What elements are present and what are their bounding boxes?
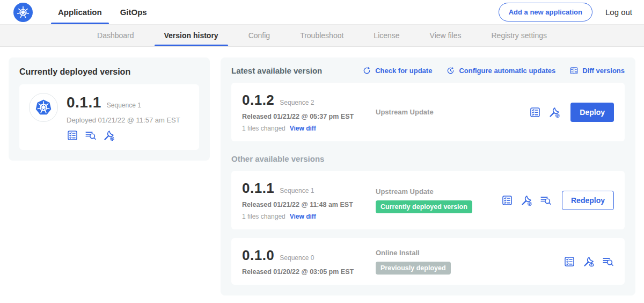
deployed-version-tile: 0.1.1 Sequence 1 Deployed 01/21/22 @ 11:… [19,84,199,150]
version-card-0-1-0: 0.1.0 Sequence 0 Released 01/20/22 @ 03:… [231,238,625,285]
other-available-versions-title: Other available versions [231,154,625,163]
version-history-panel: Latest available version Check for updat… [221,57,635,295]
subnav-tab-dashboard[interactable]: Dashboard [82,25,149,46]
subnav-tab-config[interactable]: Config [233,25,285,46]
released-date: Released 01/21/22 @ 11:48 am EST [242,201,374,208]
sequence-label: Sequence 1 [280,187,314,194]
view-files-button file-search-icon[interactable] [602,256,614,268]
version-card-middle: Online Install Previously deployed [374,249,564,275]
tab-application[interactable]: Application [49,0,111,24]
version-card-left: 0.1.1 Sequence 1 Released 01/21/22 @ 11:… [242,180,374,220]
version-row: 0.1.2 Sequence 2 [242,92,374,109]
header-tabs: Application GitOps [49,0,156,24]
deployed-sequence-label: Sequence 1 [107,102,141,109]
logout-button[interactable]: Log out [605,8,632,17]
main-content: Currently deployed version 0.1.1 Sequenc… [0,47,644,295]
version-source-label: Upstream Update [376,187,434,196]
app-logo-icon [29,93,58,122]
sequence-label: Sequence 2 [280,99,314,106]
deployed-icon-row [67,129,180,141]
configure-automatic-updates-link[interactable]: Configure automatic updates [446,66,555,75]
deploy-button[interactable]: Deploy [570,103,614,122]
subnav-tab-version-history[interactable]: Version history [149,25,233,46]
latest-available-title: Latest available version [231,66,322,75]
version-card-0-1-1: 0.1.1 Sequence 1 Released 01/21/22 @ 11:… [231,171,625,229]
diff-versions-link[interactable]: Diff versions [569,66,625,75]
files-changed-label: 1 files changed [242,125,286,132]
currently-deployed-badge: Currently deployed version [376,200,472,213]
subnav-tab-label: View files [430,31,462,40]
version-number: 0.1.0 [242,247,274,264]
currently-deployed-title: Currently deployed version [19,67,199,77]
subnav-tab-label: Troubleshoot [300,31,343,40]
release-notes-button checklist-icon[interactable] [529,106,541,118]
subnav-tab-label: Registry settings [492,31,547,40]
subnav-tab-troubleshoot[interactable]: Troubleshoot [285,25,358,46]
version-card-actions [564,256,614,268]
diff-icon [569,66,579,75]
files-changed-label: 1 files changed [242,213,286,220]
version-number: 0.1.1 [242,180,274,197]
version-card-left: 0.1.2 Sequence 2 Released 01/21/22 @ 05:… [242,92,374,132]
diff-versions-label: Diff versions [582,67,625,75]
version-card-0-1-2: 0.1.2 Sequence 2 Released 01/21/22 @ 05:… [231,83,625,141]
version-card-middle: Upstream Update [374,108,529,116]
add-application-button[interactable]: Add a new application [499,3,592,21]
subnav-tab-label: Config [248,31,270,40]
view-diff-link[interactable]: View diff [290,125,316,132]
version-source-label: Upstream Update [376,108,434,116]
version-card-actions: Redeploy [501,191,614,210]
tab-application-label: Application [58,8,102,17]
subnav-tab-label: Dashboard [97,31,134,40]
view-files-button file-search-icon[interactable] [85,129,97,141]
view-diff-link[interactable]: View diff [290,213,316,220]
version-row: 0.1.1 Sequence 1 [242,180,374,197]
edit-config-button wrench-gear-icon[interactable] [548,106,560,118]
version-card-middle: Upstream Update Currently deployed versi… [374,187,501,213]
previously-deployed-badge: Previously deployed [376,262,451,275]
sequence-label: Sequence 0 [280,254,314,262]
deployed-date: Deployed 01/21/22 @ 11:57 am EST [67,116,180,124]
version-card-actions: Deploy [529,103,614,122]
released-date: Released 01/21/22 @ 05:37 pm EST [242,113,374,120]
app-subnav: Dashboard Version history Config Trouble… [0,25,644,47]
check-for-update-label: Check for update [375,67,432,75]
release-notes-button checklist-icon[interactable] [564,256,575,268]
version-row: 0.1.0 Sequence 0 [242,247,374,264]
release-notes-button checklist-icon[interactable] [67,129,78,141]
header-right: Add a new application Log out [499,3,632,21]
deployed-info: 0.1.1 Sequence 1 Deployed 01/21/22 @ 11:… [67,93,180,141]
release-notes-button checklist-icon[interactable] [501,194,513,206]
files-changed-row: 1 files changed View diff [242,125,374,132]
subnav-tab-license[interactable]: License [358,25,414,46]
configure-automatic-updates-label: Configure automatic updates [459,67,555,75]
view-config-button wrench-eye-icon[interactable] [583,256,595,268]
panel-actions: Check for update Configure automatic upd… [362,66,625,75]
tab-gitops[interactable]: GitOps [111,0,156,24]
edit-config-button wrench-gear-icon[interactable] [521,194,532,206]
refresh-icon [362,66,371,75]
subnav-tab-label: License [374,31,399,40]
tab-gitops-label: GitOps [120,8,147,17]
view-files-button file-search-icon[interactable] [540,194,552,206]
version-number: 0.1.2 [242,92,274,109]
auto-update-icon [446,66,455,75]
redeploy-button[interactable]: Redeploy [562,191,614,210]
subnav-tab-registry-settings[interactable]: Registry settings [477,25,562,46]
panel-header: Latest available version Check for updat… [231,66,625,75]
check-for-update-link[interactable]: Check for update [362,66,432,75]
top-nav: Application GitOps Add a new application… [0,0,644,25]
currently-deployed-card: Currently deployed version 0.1.1 Sequenc… [9,57,210,161]
deployed-version-number: 0.1.1 [67,94,101,111]
subnav-tab-label: Version history [164,31,218,40]
edit-config-button wrench-gear-icon[interactable] [103,129,115,141]
subnav-tab-view-files[interactable]: View files [415,25,477,46]
version-card-left: 0.1.0 Sequence 0 Released 01/20/22 @ 03:… [242,247,374,276]
version-source-label: Online Install [376,249,420,257]
version-row: 0.1.1 Sequence 1 [67,94,180,111]
files-changed-row: 1 files changed View diff [242,213,374,220]
released-date: Released 01/20/22 @ 03:05 pm EST [242,268,374,276]
kubernetes-logo-icon [13,3,33,22]
